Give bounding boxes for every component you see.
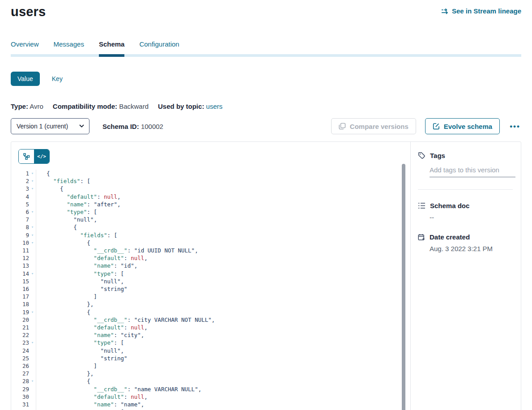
token-s: "name" xyxy=(121,401,141,408)
key-toggle-button[interactable]: Key xyxy=(52,75,63,82)
code-line: 1▾{ xyxy=(11,170,410,177)
code-line: 19▾ { xyxy=(11,308,410,316)
token-p: : xyxy=(128,247,134,254)
code-line: 28▾ { xyxy=(11,377,410,385)
fold-toggle-icon[interactable]: ▾ xyxy=(29,223,36,231)
line-number: 22 xyxy=(11,331,29,339)
line-number: 5 xyxy=(11,201,29,208)
code-line: 2▾ "fields": [ xyxy=(11,177,410,185)
code-text: "null", xyxy=(36,278,410,285)
compare-versions-button[interactable]: Compare versions xyxy=(331,118,416,134)
token-k: "default" xyxy=(67,193,97,200)
code-text: "string" xyxy=(36,354,410,362)
code-line: 8▾ { xyxy=(11,223,410,231)
token-k: "default" xyxy=(94,255,124,261)
value-toggle-button[interactable]: Value xyxy=(11,72,40,86)
code-text: "__crdb__": "id UUID NOT NULL", xyxy=(36,247,410,254)
line-number: 14 xyxy=(11,270,29,278)
fold-toggle-icon[interactable]: ▾ xyxy=(29,239,36,247)
tab-messages[interactable]: Messages xyxy=(54,40,84,54)
calendar-icon xyxy=(418,234,425,241)
line-number: 23 xyxy=(11,339,29,346)
topic-link[interactable]: users xyxy=(206,102,223,110)
line-number: 27 xyxy=(11,370,29,377)
tag-icon xyxy=(418,152,426,159)
token-s: "null" xyxy=(100,278,120,285)
code-line: 6▾ "type": [ xyxy=(11,208,410,216)
token-n: null xyxy=(131,255,144,261)
code-text: "__crdb__": "city VARCHAR NOT NULL", xyxy=(36,316,410,324)
token-s: "city" xyxy=(121,332,141,338)
token-p: { xyxy=(60,185,64,192)
doc-list-icon xyxy=(418,202,426,209)
tree-view-button[interactable] xyxy=(19,149,34,163)
fold-spacer xyxy=(29,300,36,308)
schema-sidebar: Tags Schema doc -- xyxy=(410,142,521,410)
schema-code-editor[interactable]: 1▾{2▾ "fields": [3▾ {4 "default": null,5… xyxy=(11,170,410,410)
tab-overview[interactable]: Overview xyxy=(11,40,39,54)
token-n: null xyxy=(104,193,117,200)
token-n: null xyxy=(131,324,144,331)
code-text: "default": null, xyxy=(36,393,410,401)
fold-toggle-icon[interactable]: ▾ xyxy=(29,408,36,410)
fold-spacer xyxy=(29,254,36,262)
line-number: 24 xyxy=(11,347,29,354)
code-line: 31 "name": "name", xyxy=(11,401,410,408)
code-line: 32▾ "type": [ xyxy=(11,408,410,410)
fold-toggle-icon[interactable]: ▾ xyxy=(29,270,36,278)
fold-spacer xyxy=(29,285,36,293)
code-line: 7 "null", xyxy=(11,216,410,223)
token-s: "city VARCHAR NOT NULL" xyxy=(134,316,212,323)
value-key-toggle: Value Key xyxy=(11,72,521,86)
more-actions-button[interactable]: ••• xyxy=(509,121,521,132)
tab-schema[interactable]: Schema xyxy=(99,40,125,54)
token-p: { xyxy=(87,378,90,384)
see-in-stream-lineage-link[interactable]: See in Stream lineage xyxy=(441,7,521,15)
token-k: "__crdb__" xyxy=(94,316,127,323)
fold-toggle-icon[interactable]: ▾ xyxy=(29,339,36,346)
token-p: { xyxy=(87,309,90,316)
line-number: 15 xyxy=(11,278,29,285)
fold-spacer xyxy=(29,262,36,269)
line-number: 10 xyxy=(11,239,29,247)
token-p: : xyxy=(114,262,121,269)
token-k: "__crdb__" xyxy=(94,247,127,254)
token-p: { xyxy=(87,239,90,246)
line-number: 11 xyxy=(11,247,29,254)
code-line: 26 ] xyxy=(11,362,410,370)
fold-spacer xyxy=(29,201,36,208)
code-line: 22 "name": "city", xyxy=(11,331,410,339)
schema-doc-section: Schema doc -- xyxy=(418,202,513,221)
code-view-button[interactable]: </> xyxy=(34,149,49,163)
line-number: 16 xyxy=(11,285,29,293)
tab-configuration[interactable]: Configuration xyxy=(139,40,179,54)
code-text: "default": null, xyxy=(36,193,410,201)
token-p: : xyxy=(124,393,131,400)
fold-toggle-icon[interactable]: ▾ xyxy=(29,170,36,177)
fold-toggle-icon[interactable]: ▾ xyxy=(29,185,36,192)
fold-toggle-icon[interactable]: ▾ xyxy=(29,231,36,239)
token-p: : [ xyxy=(87,209,97,215)
token-k: "name" xyxy=(67,201,87,208)
token-p: }, xyxy=(87,370,94,377)
fold-toggle-icon[interactable]: ▾ xyxy=(29,208,36,216)
token-s: "id UUID NOT NULL" xyxy=(134,247,195,254)
token-s: "after" xyxy=(94,201,117,208)
date-created-section: Date created Aug. 3 2022 3:21 PM xyxy=(418,233,513,252)
code-line: 3▾ { xyxy=(11,185,410,192)
version-select[interactable]: Version 1 (current) xyxy=(11,118,89,134)
fold-toggle-icon[interactable]: ▾ xyxy=(29,377,36,385)
fold-toggle-icon[interactable]: ▾ xyxy=(29,177,36,185)
evolve-schema-button[interactable]: Evolve schema xyxy=(425,118,500,134)
fold-toggle-icon[interactable]: ▾ xyxy=(29,308,36,316)
token-p: : xyxy=(114,332,121,338)
editor-scrollbar[interactable] xyxy=(402,164,405,410)
token-k: "name" xyxy=(94,332,114,338)
token-p: , xyxy=(141,332,145,338)
fold-spacer xyxy=(29,216,36,223)
add-tags-input[interactable] xyxy=(430,166,515,177)
code-line: 27 }, xyxy=(11,370,410,377)
token-p: : [ xyxy=(80,178,90,184)
line-number: 25 xyxy=(11,354,29,362)
date-created-value: Aug. 3 2022 3:21 PM xyxy=(430,245,513,252)
